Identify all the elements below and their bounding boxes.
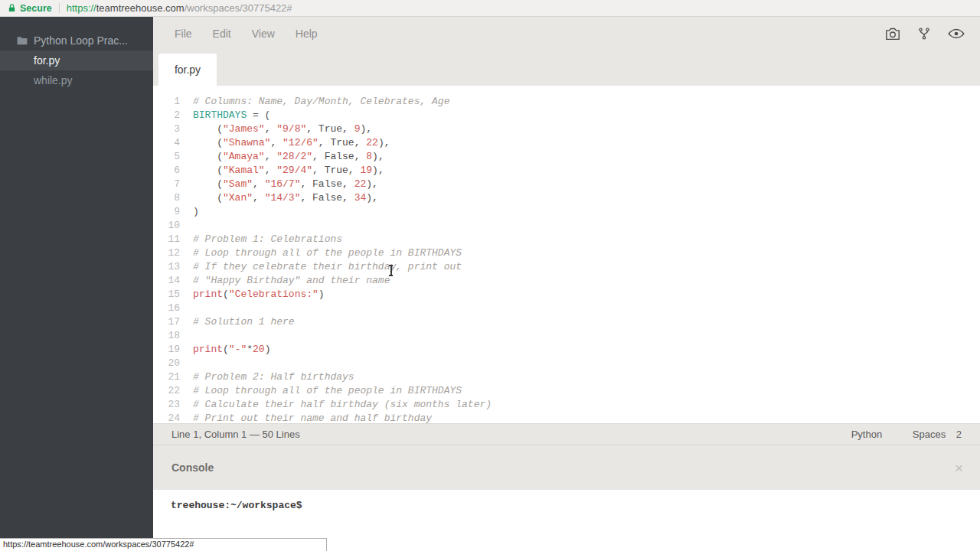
indent-size[interactable]: 2 — [956, 429, 962, 440]
line-content: # Print out their name and half birthday — [180, 412, 432, 423]
code-line[interactable]: 13# If they celebrate their birthday, pr… — [153, 260, 980, 274]
url-scheme: https:// — [67, 2, 96, 14]
code-line[interactable]: 5 ("Amaya", "28/2", False, 8), — [153, 150, 980, 164]
tab-for-py[interactable]: for.py — [158, 54, 217, 86]
tab-bar: for.py — [153, 51, 980, 86]
line-content: print("Celebrations:") — [180, 288, 325, 302]
code-line[interactable]: 1# Columns: Name, Day/Month, Celebrates,… — [153, 95, 980, 109]
console-title: Console — [172, 461, 214, 474]
line-content: # Loop through all of the people in BIRT… — [180, 246, 462, 260]
code-line[interactable]: 7 ("Sam", "16/7", False, 22), — [153, 178, 980, 191]
menu-view[interactable]: View — [252, 28, 275, 40]
line-number: 13 — [153, 260, 180, 274]
code-line[interactable]: 24# Print out their name and half birthd… — [153, 412, 980, 423]
secure-label: Secure — [20, 3, 52, 14]
line-content: ) — [180, 205, 199, 219]
url-path: /workspaces/30775422# — [185, 2, 292, 14]
project-name: Python Loop Prac... — [34, 34, 128, 47]
line-number: 5 — [153, 150, 180, 164]
line-number: 24 — [153, 412, 180, 423]
console-panel-header: Console × — [153, 445, 980, 490]
line-content: # Columns: Name, Day/Month, Celebrates, … — [180, 95, 449, 109]
line-number: 1 — [153, 95, 180, 109]
workspace-app: Python Loop Prac... for.pywhile.py FileE… — [0, 17, 980, 551]
code-line[interactable]: 18 — [153, 329, 980, 343]
line-number: 20 — [153, 357, 180, 370]
line-content: ("Sam", "16/7", False, 22), — [180, 178, 378, 191]
line-number: 7 — [153, 178, 180, 191]
code-line[interactable]: 6 ("Kamal", "29/4", True, 19), — [153, 164, 980, 178]
code-line[interactable]: 23# Calculate their half birthday (six m… — [153, 398, 980, 412]
editor-pane: FileEditViewHelp — [153, 17, 980, 551]
code-line[interactable]: 10 — [153, 219, 980, 233]
line-content — [180, 219, 193, 233]
line-content: ("Xan", "14/3", False, 34), — [180, 191, 378, 205]
code-line[interactable]: 15print("Celebrations:") — [153, 288, 980, 302]
code-line[interactable]: 16 — [153, 302, 980, 315]
line-content — [180, 302, 193, 315]
code-line[interactable]: 12# Loop through all of the people in BI… — [153, 246, 980, 260]
line-number: 14 — [153, 274, 180, 288]
code-line[interactable]: 4 ("Shawna", "12/6", True, 22), — [153, 136, 980, 150]
line-content: ("Amaya", "28/2", False, 8), — [180, 150, 384, 164]
code-editor[interactable]: 1# Columns: Name, Day/Month, Celebrates,… — [153, 86, 980, 423]
menu-items: FileEditViewHelp — [175, 28, 338, 40]
file-sidebar: Python Loop Prac... for.pywhile.py — [0, 17, 153, 551]
code-line[interactable]: 20 — [153, 357, 980, 370]
code-line[interactable]: 14# "Happy Birthday" and their name — [153, 274, 980, 288]
project-folder[interactable]: Python Loop Prac... — [0, 31, 153, 51]
code-line[interactable]: 8 ("Xan", "14/3", False, 34), — [153, 191, 980, 205]
text-cursor — [387, 265, 394, 276]
line-number: 17 — [153, 315, 180, 329]
line-content: ("James", "9/8", True, 9), — [180, 122, 372, 136]
code-line[interactable]: 22# Loop through all of the people in BI… — [153, 384, 980, 398]
line-number: 3 — [153, 122, 180, 136]
indent-type[interactable]: Spaces — [913, 429, 946, 440]
fork-icon[interactable] — [917, 27, 931, 41]
editor-settings: Python Spaces 2 — [824, 429, 962, 440]
tab-label: for.py — [175, 64, 201, 76]
snapshot-camera-icon[interactable] — [885, 27, 900, 41]
line-number: 23 — [153, 398, 180, 412]
code-line[interactable]: 2BIRTHDAYS = ( — [153, 109, 980, 122]
line-number: 22 — [153, 384, 180, 398]
code-line[interactable]: 21# Problem 2: Half birthdays — [153, 370, 980, 384]
line-number: 9 — [153, 205, 180, 219]
terminal-prompt: treehouse:~/workspace$ — [171, 500, 302, 511]
divider — [59, 3, 60, 13]
secure-badge[interactable]: Secure — [8, 3, 52, 14]
url-host: teamtreehouse.com — [96, 2, 185, 14]
line-number: 19 — [153, 343, 180, 357]
preview-eye-icon[interactable] — [948, 28, 965, 40]
menu-file[interactable]: File — [175, 28, 192, 40]
line-content: print("-"*20) — [180, 343, 270, 357]
line-content: # Solution 1 here — [180, 315, 295, 329]
line-number: 4 — [153, 136, 180, 150]
line-content: # Problem 1: Celebrations — [180, 233, 342, 246]
code-line[interactable]: 17# Solution 1 here — [153, 315, 980, 329]
code-line[interactable]: 9) — [153, 205, 980, 219]
line-content: BIRTHDAYS = ( — [180, 109, 270, 122]
line-content — [180, 357, 193, 370]
line-number: 6 — [153, 164, 180, 178]
code-line[interactable]: 19print("-"*20) — [153, 343, 980, 357]
code-lines: 1# Columns: Name, Day/Month, Celebrates,… — [153, 95, 980, 423]
line-content: ("Kamal", "29/4", True, 19), — [180, 164, 384, 178]
url-field[interactable]: https://teamtreehouse.com/workspaces/307… — [67, 2, 292, 14]
browser-address-bar[interactable]: Secure https://teamtreehouse.com/workspa… — [0, 0, 980, 17]
sidebar-file-while-py[interactable]: while.py — [0, 70, 153, 90]
language-mode[interactable]: Python — [851, 429, 882, 440]
code-line[interactable]: 11# Problem 1: Celebrations — [153, 233, 980, 246]
line-content: # "Happy Birthday" and their name — [180, 274, 390, 288]
sidebar-file-for-py[interactable]: for.py — [0, 51, 153, 70]
editor-menubar: FileEditViewHelp — [153, 17, 980, 51]
line-number: 10 — [153, 219, 180, 233]
code-line[interactable]: 3 ("James", "9/8", True, 9), — [153, 122, 980, 136]
menu-help[interactable]: Help — [296, 28, 318, 40]
console-close-icon[interactable]: × — [955, 461, 963, 475]
folder-icon — [17, 36, 28, 45]
menu-edit[interactable]: Edit — [213, 28, 231, 40]
file-list: for.pywhile.py — [0, 51, 153, 90]
line-content: ("Shawna", "12/6", True, 22), — [180, 136, 390, 150]
line-number: 16 — [153, 302, 180, 315]
